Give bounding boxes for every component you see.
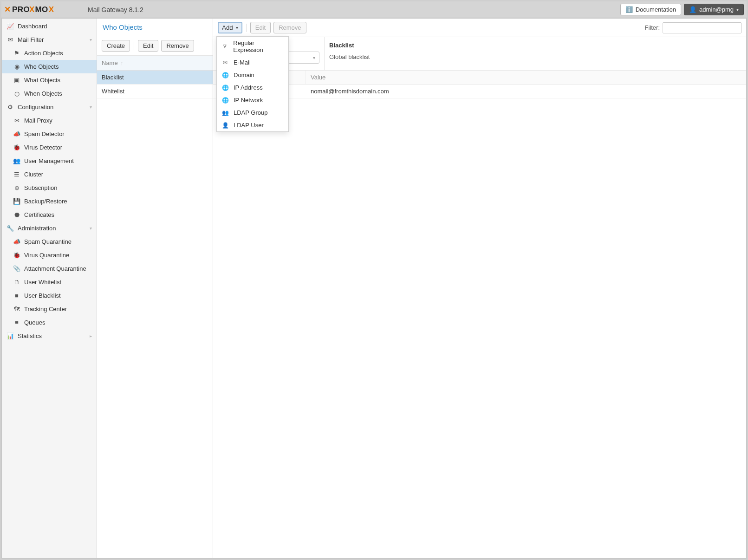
users-icon: 👥 [13, 157, 20, 164]
sidebar-item-backup-restore[interactable]: 💾Backup/Restore [2, 195, 97, 208]
sidebar-item-mail-filter[interactable]: ✉Mail Filter▾ [2, 33, 97, 46]
chevron-down-icon: ▾ [90, 226, 92, 231]
filter-label: Filter: [645, 24, 660, 31]
sidebar-item-spam-quarantine[interactable]: 📣Spam Quarantine [2, 235, 97, 248]
sidebar-item-configuration[interactable]: ⚙Configuration▾ [2, 100, 97, 114]
description-cell: Blacklist Global blacklist [325, 37, 746, 70]
sidebar-item-dashboard[interactable]: 📈Dashboard [2, 20, 97, 33]
sidebar-item-tracking-center[interactable]: 🗺Tracking Center [2, 302, 97, 316]
detail-header-grid: Direction: ▾ Blacklist Global blacklist [213, 37, 746, 71]
file-icon: 🗋 [13, 279, 20, 286]
menu-item-regex[interactable]: ⛛Regular Expression [217, 37, 288, 56]
menu-item-ip-network[interactable]: 🌐IP Network [217, 94, 288, 106]
svg-text:MO: MO [35, 5, 48, 13]
menu-item-domain[interactable]: 🌐Domain [217, 69, 288, 81]
sidebar-item-label: What Objects [24, 77, 60, 84]
edit-button[interactable]: Edit [250, 22, 271, 33]
envelope-icon: ✉ [13, 117, 20, 124]
filter-wrap: Filter: [645, 22, 742, 33]
sidebar-item-certificates[interactable]: ⬣Certificates [2, 208, 97, 221]
value-column-header[interactable]: Value [306, 71, 746, 84]
list-item[interactable]: Whitelist [97, 85, 213, 98]
chart-icon: 📊 [7, 332, 14, 339]
bars-icon: ≡ [13, 319, 20, 326]
sidebar-item-label: Statistics [18, 332, 42, 339]
svg-text:X: X [49, 5, 54, 13]
menu-item-email[interactable]: ✉E-Mail [217, 56, 288, 69]
separator [246, 24, 247, 32]
globe-icon: 🌐 [221, 85, 229, 91]
sidebar-item-user-management[interactable]: 👥User Management [2, 154, 97, 168]
file-solid-icon: ■ [13, 292, 20, 299]
sidebar-item-subscription[interactable]: ⊕Subscription [2, 181, 97, 195]
object-title: Blacklist [329, 42, 741, 49]
create-button[interactable]: Create [102, 40, 130, 52]
user-circle-icon: ◉ [13, 63, 20, 70]
object-description: Global blacklist [329, 53, 741, 60]
users-icon: 👥 [221, 110, 229, 116]
lifebuoy-icon: ⊕ [13, 184, 20, 191]
documentation-label: Documentation [636, 6, 676, 13]
sidebar-item-label: Attachment Quarantine [24, 265, 86, 272]
sidebar-item-who-objects[interactable]: ◉Who Objects [2, 60, 97, 73]
cell-value: nomail@fromthisdomain.com [306, 85, 746, 98]
chevron-down-icon: ▾ [90, 104, 92, 110]
sidebar-item-label: Queues [24, 319, 46, 326]
list-item-label: Whitelist [102, 88, 124, 95]
chevron-down-icon: ▾ [236, 25, 238, 30]
app-title: Mail Gateway 8.1.2 [88, 6, 143, 13]
remove-button[interactable]: Remove [161, 40, 194, 52]
sidebar-item-label: Tracking Center [24, 306, 67, 313]
sidebar-item-action-objects[interactable]: ⚑Action Objects [2, 46, 97, 60]
sidebar-item-statistics[interactable]: 📊Statistics▸ [2, 329, 97, 343]
sidebar-item-user-whitelist[interactable]: 🗋User Whitelist [2, 275, 97, 289]
info-icon: ℹ️ [625, 6, 633, 13]
cogs-icon: ⚙ [7, 104, 14, 111]
globe-icon: 🌐 [221, 97, 229, 104]
sidebar-item-label: User Whitelist [24, 279, 61, 286]
envelope-icon: ✉ [221, 59, 229, 66]
menu-item-ldap-user[interactable]: 👤LDAP User [217, 119, 288, 131]
menu-item-ldap-group[interactable]: 👥LDAP Group [217, 106, 288, 119]
sidebar-item-label: Cluster [24, 171, 43, 178]
user-menu-button[interactable]: 👤 admin@pmg ▾ [684, 4, 744, 15]
envelope-icon: ✉ [7, 36, 14, 43]
flag-icon: ⚑ [13, 50, 20, 57]
filter-input[interactable] [663, 22, 741, 33]
sidebar-item-virus-quarantine[interactable]: 🐞Virus Quarantine [2, 248, 97, 262]
detail-panel: Add ▾ Edit Remove Filter: Direction: ▾ B… [213, 19, 746, 558]
edit-button[interactable]: Edit [138, 40, 158, 52]
sidebar-item-when-objects[interactable]: ◷When Objects [2, 87, 97, 100]
add-button[interactable]: Add ▾ [218, 22, 242, 33]
documentation-button[interactable]: ℹ️ Documentation [620, 4, 681, 15]
sidebar-item-label: Who Objects [24, 63, 59, 70]
sidebar-item-spam-detector[interactable]: 📣Spam Detector [2, 127, 97, 141]
list-item[interactable]: Blacklist [97, 71, 213, 85]
sidebar-item-administration[interactable]: 🔧Administration▾ [2, 221, 97, 235]
sidebar-item-label: User Management [24, 157, 74, 164]
sidebar-item-user-blacklist[interactable]: ■User Blacklist [2, 289, 97, 302]
save-icon: 💾 [13, 198, 20, 205]
menu-item-label: Domain [234, 72, 254, 78]
server-icon: ☰ [13, 171, 20, 178]
name-column-header[interactable]: Name ↑ [97, 56, 213, 71]
sidebar-item-virus-detector[interactable]: 🐞Virus Detector [2, 141, 97, 154]
who-objects-panel: Who Objects Create Edit Remove Name ↑ Bl… [97, 19, 213, 558]
sidebar-item-label: Subscription [24, 184, 58, 191]
sidebar-item-cluster[interactable]: ☰Cluster [2, 168, 97, 181]
chevron-right-icon: ▸ [90, 333, 92, 339]
menu-item-label: LDAP Group [234, 109, 267, 116]
menu-item-label: IP Network [234, 97, 263, 104]
gauge-icon: 📈 [7, 23, 14, 30]
sidebar-item-attachment-quarantine[interactable]: 📎Attachment Quarantine [2, 262, 97, 275]
sidebar-item-what-objects[interactable]: ▣What Objects [2, 73, 97, 87]
chevron-down-icon: ▾ [90, 37, 92, 42]
sidebar-item-label: Mail Proxy [24, 117, 52, 124]
sidebar-item-mail-proxy[interactable]: ✉Mail Proxy [2, 114, 97, 127]
sidebar-item-label: Certificates [24, 211, 54, 218]
menu-item-ip-address[interactable]: 🌐IP Address [217, 81, 288, 94]
table-row[interactable]: nomail@fromthisdomain.com [213, 85, 746, 98]
user-icon: 👤 [221, 122, 229, 129]
remove-button[interactable]: Remove [273, 22, 306, 33]
sidebar-item-queues[interactable]: ≡Queues [2, 316, 97, 329]
